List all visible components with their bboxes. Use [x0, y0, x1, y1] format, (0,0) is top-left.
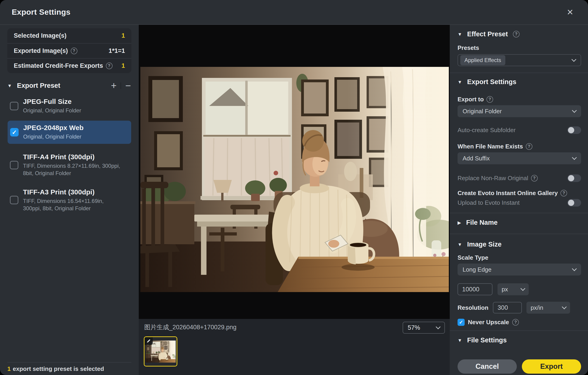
section-title: Export Settings — [467, 78, 516, 86]
divider — [450, 213, 588, 213]
long-edge-input[interactable] — [458, 283, 493, 295]
help-icon[interactable]: ? — [531, 175, 538, 182]
export-button[interactable]: Export — [522, 359, 581, 374]
preset-checkbox[interactable] — [10, 196, 18, 204]
section-title: Export Preset — [17, 82, 60, 89]
file-settings-section-header[interactable]: ▼ File Settings — [458, 336, 581, 344]
chevron-down-icon — [520, 286, 525, 291]
preset-item-jpeg-full-size[interactable]: JPEG-Full Size Original, Original Folder — [7, 95, 131, 118]
preset-desc: Original, Original Folder — [23, 107, 81, 114]
scale-type-dropdown[interactable]: Long Edge — [458, 264, 581, 276]
chevron-down-icon — [572, 155, 577, 160]
unit-value: px — [502, 286, 508, 293]
applied-effects-dropdown[interactable]: Applied Effects — [458, 54, 581, 66]
never-upscale-label: Never Upscale — [468, 319, 509, 326]
auto-create-subfolder-label: Auto-create Subfolder — [458, 127, 516, 134]
divider — [450, 331, 588, 331]
resolution-label: Resolution — [458, 304, 488, 311]
section-title: File Name — [466, 219, 497, 226]
preset-list: JPEG-Full Size Original, Original Folder… — [7, 95, 131, 215]
zoom-level-value: 57% — [408, 324, 420, 331]
pencil-icon — [146, 339, 151, 343]
never-upscale-row: ✓ Never Upscale ? — [458, 319, 581, 326]
help-icon[interactable]: ? — [513, 31, 520, 37]
upload-evoto-instant-label: Upload to Evoto Instant — [458, 199, 520, 206]
resolution-unit-dropdown[interactable]: px/in — [526, 302, 570, 314]
summary-value: 1 — [122, 32, 125, 39]
selected-count: 1 — [7, 365, 10, 373]
file-name-section-header[interactable]: ▶ File Name — [458, 219, 581, 226]
image-size-section-header[interactable]: ▼ Image Size — [458, 241, 581, 248]
preset-desc: Original, Original Folder — [23, 133, 84, 140]
page-title: Export Settings — [12, 8, 71, 17]
help-icon[interactable]: ? — [526, 143, 532, 150]
summary-value: 1 — [122, 62, 125, 69]
preset-name: TIFF-A3 Print (300dpi) — [23, 188, 122, 196]
divider — [450, 234, 588, 234]
chevron-down-icon — [572, 266, 577, 271]
help-icon[interactable]: ? — [486, 96, 493, 103]
help-icon[interactable]: ? — [106, 63, 113, 69]
caret-down-icon: ▼ — [7, 83, 12, 88]
caret-down-icon: ▼ — [458, 338, 462, 343]
label-text: When File Name Exists — [458, 143, 523, 150]
label-text: Export to — [458, 96, 484, 103]
never-upscale-checkbox[interactable]: ✓ — [458, 319, 465, 326]
export-preset-section-header[interactable]: ▼ Export Preset + − — [7, 82, 131, 89]
export-settings-modal: Export Settings × Selected Image(s) 1 Ex… — [0, 0, 588, 375]
scale-type-label: Scale Type — [458, 254, 581, 261]
upload-evoto-instant-row: Upload to Evoto Instant — [458, 199, 581, 207]
close-icon[interactable]: × — [563, 5, 577, 19]
upload-evoto-instant-toggle[interactable] — [567, 199, 581, 207]
add-preset-button[interactable]: + — [111, 81, 117, 91]
resolution-row: Resolution px/in — [458, 302, 581, 314]
help-icon[interactable]: ? — [560, 190, 567, 196]
resolution-input[interactable] — [493, 302, 522, 313]
replace-non-raw-row: Replace Non-Raw Original ? — [458, 174, 581, 182]
preset-item-tiff-a3-print[interactable]: TIFF-A3 Print (300dpi) TIFF, Dimensions … — [7, 185, 131, 215]
right-panel: ▼ Effect Preset ? Presets Applied Effect… — [450, 25, 588, 375]
long-edge-size-row: px — [458, 283, 581, 295]
scale-type-value: Long Edge — [462, 266, 492, 273]
preset-item-tiff-a4-print[interactable]: TIFF-A4 Print (300dpi) TIFF, Dimensions … — [7, 150, 131, 180]
caret-down-icon: ▼ — [458, 242, 462, 247]
presets-label: Presets — [458, 44, 581, 52]
auto-create-subfolder-toggle[interactable] — [567, 126, 581, 134]
remove-preset-button[interactable]: − — [125, 81, 131, 91]
when-file-name-exists-dropdown[interactable]: Add Suffix — [458, 152, 581, 164]
chevron-down-icon — [571, 57, 576, 62]
preset-checkbox[interactable] — [10, 161, 18, 169]
preset-name: JPEG-2048px Web — [23, 124, 84, 132]
export-to-dropdown[interactable]: Original Folder — [458, 105, 581, 117]
preset-checkbox[interactable]: ✓ — [10, 128, 19, 137]
preset-item-jpeg-2048px-web[interactable]: ✓ JPEG-2048px Web Original, Original Fol… — [8, 121, 131, 144]
effect-preset-section-header[interactable]: ▼ Effect Preset ? — [458, 30, 581, 38]
label-text: Create Evoto Instant Online Gallery — [458, 190, 558, 197]
help-icon[interactable]: ? — [512, 319, 519, 326]
section-title: Effect Preset — [467, 30, 508, 38]
summary-row-selected: Selected Image(s) 1 — [7, 28, 131, 43]
cancel-button[interactable]: Cancel — [458, 359, 517, 374]
section-title: Image Size — [467, 241, 502, 248]
export-settings-section-header[interactable]: ▼ Export Settings — [458, 78, 581, 86]
preview-area: 图片生成_20260408+170029.png 57% — [139, 25, 450, 375]
summary-label: Exported Image(s) — [14, 47, 68, 54]
caret-down-icon: ▼ — [458, 32, 462, 37]
help-icon[interactable]: ? — [71, 48, 77, 54]
zoom-level-dropdown[interactable]: 57% — [403, 322, 445, 334]
chevron-down-icon — [436, 324, 441, 329]
replace-non-raw-toggle[interactable] — [567, 174, 581, 182]
image-thumbnail[interactable] — [144, 336, 177, 366]
status-text: export setting preset is selected — [13, 365, 104, 373]
unit-value: px/in — [531, 304, 543, 311]
export-to-value: Original Folder — [462, 108, 502, 115]
preview-canvas — [139, 25, 450, 319]
auto-create-subfolder-row: Auto-create Subfolder — [458, 126, 581, 134]
action-buttons: Cancel Export — [458, 359, 581, 374]
long-edge-unit-dropdown[interactable]: px — [497, 283, 529, 295]
preset-name: TIFF-A4 Print (300dpi) — [23, 153, 122, 161]
caret-right-icon: ▶ — [458, 220, 461, 225]
summary-value: 1*1=1 — [109, 47, 125, 54]
section-title: File Settings — [467, 336, 507, 344]
preset-checkbox[interactable] — [10, 102, 18, 110]
